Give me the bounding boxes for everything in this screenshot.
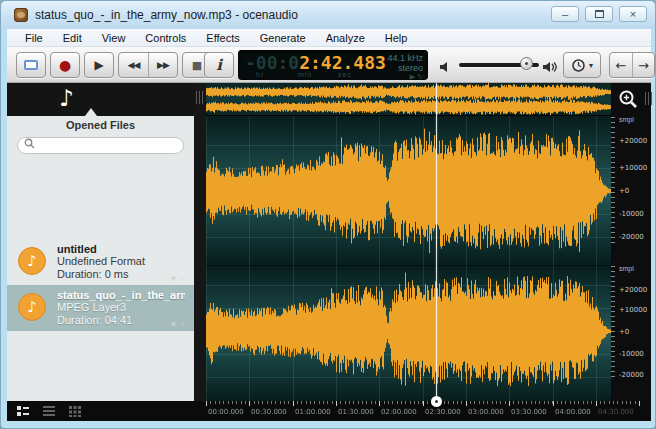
note-glyph: ♪ — [27, 252, 37, 270]
sidebar: ♪ Opened Files ♪ untitled Undefined Form… — [7, 83, 194, 401]
toggle-sidebar-button[interactable] — [16, 52, 46, 78]
unit-hr: hr — [256, 71, 264, 78]
maximize-icon — [595, 10, 604, 18]
menu-controls[interactable]: Controls — [135, 29, 196, 47]
grid-view-button[interactable] — [69, 405, 81, 417]
menu-generate[interactable]: Generate — [250, 29, 316, 47]
playmode-icons: ▶ ↻ — [387, 73, 423, 80]
fast-forward-button[interactable]: ▶▶ — [148, 53, 177, 77]
item-action-icons[interactable]: ★ › — [169, 273, 184, 283]
clock-icon — [571, 58, 586, 73]
channel-mode: stereo — [387, 63, 423, 73]
item-action-icons[interactable]: ★ › — [169, 319, 184, 329]
app-icon — [14, 8, 28, 22]
panel-title: Opened Files — [7, 119, 194, 131]
menu-view[interactable]: View — [92, 29, 136, 47]
dropdown-arrow-icon: ▾ — [589, 61, 593, 70]
close-button[interactable]: × — [619, 6, 647, 22]
file-item-status-quo[interactable]: ♪ status_quo_-_in_the_army_now.... MPEG … — [7, 285, 194, 331]
audio-file-icon: ♪ — [18, 247, 46, 275]
playhead-pin[interactable] — [431, 396, 442, 407]
sample-rate: 44.1 kHz — [387, 53, 423, 63]
scale-ticks-right — [611, 266, 615, 380]
titlebar[interactable]: status_quo_-_in_the_army_now.mp3 - ocena… — [1, 1, 656, 29]
sidebar-splitter[interactable] — [194, 83, 206, 401]
seek-button-group: ◀◀ ▶▶ — [118, 52, 178, 78]
info-button[interactable]: i — [204, 52, 234, 78]
rewind-button[interactable]: ◀◀ — [119, 53, 148, 77]
menu-effects[interactable]: Effects — [196, 29, 249, 47]
record-button[interactable]: ● — [50, 52, 80, 78]
time-label: 00:30.000 — [251, 408, 287, 416]
info-icon: i — [216, 56, 222, 74]
channel-left-canvas[interactable] — [206, 116, 611, 266]
scale-label: +10000 — [619, 306, 647, 314]
search-icon — [24, 138, 35, 149]
forward-button[interactable]: → — [632, 53, 654, 77]
scale-ticks-left — [611, 117, 615, 243]
scale-label: -10000 — [619, 350, 644, 358]
file-info: status_quo_-_in_the_army_now.... MPEG La… — [57, 289, 185, 327]
file-item-untitled[interactable]: ♪ untitled Undefined Format Duration: 0 … — [7, 239, 194, 285]
menubar: File Edit View Controls Effects Generate… — [7, 29, 651, 47]
file-duration: Duration: 0 ms — [57, 268, 185, 281]
channel-right-canvas[interactable] — [206, 266, 611, 401]
time-label: 03:30.000 — [511, 408, 547, 416]
zoom-in-icon — [617, 88, 641, 112]
volume-slider-thumb[interactable] — [520, 57, 533, 70]
audio-file-icon: ♪ — [18, 293, 46, 321]
back-button[interactable]: ← — [610, 53, 632, 77]
close-icon: × — [630, 9, 636, 20]
playhead[interactable] — [436, 83, 437, 401]
detail-view-button[interactable] — [17, 405, 29, 417]
app-window: status_quo_-_in_the_army_now.mp3 - ocena… — [0, 0, 656, 429]
list-view-button[interactable] — [43, 405, 55, 417]
scale-label: +10000 — [619, 164, 647, 172]
play-button[interactable]: ▶ — [84, 52, 114, 78]
panel-grip-icon — [645, 92, 652, 105]
file-info: untitled Undefined Format Duration: 0 ms — [57, 243, 185, 281]
scale-label: +20000 — [619, 137, 647, 145]
scale-label: -10000 — [619, 210, 644, 218]
scale-label: +0 — [619, 328, 629, 336]
format-info: 44.1 kHz stereo ▶ ↻ — [387, 53, 423, 80]
play-icon: ▶ — [94, 58, 103, 72]
music-note-icon: ♪ — [59, 85, 74, 111]
time-label: 01:00.000 — [295, 408, 331, 416]
time-label: 00:00.000 — [208, 408, 244, 416]
time-display: -00:02:42.483 hr min sec 44.1 kHz stereo… — [238, 50, 428, 80]
splitter-grip-icon — [196, 91, 203, 104]
window-title: status_quo_-_in_the_army_now.mp3 - ocena… — [35, 8, 298, 22]
file-format: Undefined Format — [57, 255, 185, 268]
unit-min: min — [298, 71, 312, 78]
sidebar-header: ♪ — [7, 83, 194, 116]
amplitude-scale: smpl +20000 +10000 +0 -10000 -20000 smpl… — [611, 83, 651, 401]
zoom-button[interactable] — [615, 87, 643, 113]
file-format: MPEG Layer3 — [57, 301, 185, 314]
file-duration: Duration: 04:41 — [57, 314, 185, 327]
view-mode-buttons — [17, 405, 81, 417]
scale-label: -20000 — [619, 233, 644, 241]
history-button-group: ← → — [609, 52, 655, 78]
waveform-overview[interactable] — [206, 83, 611, 116]
time-label: 04:30.000 — [598, 408, 634, 416]
file-title: status_quo_-_in_the_army_now.... — [57, 289, 185, 301]
menu-edit[interactable]: Edit — [53, 29, 92, 47]
window-controls: – × — [551, 6, 647, 22]
minimize-button[interactable]: – — [551, 6, 579, 22]
overview-canvas[interactable] — [206, 83, 611, 116]
scale-unit: smpl — [619, 265, 634, 272]
menu-analyze[interactable]: Analyze — [316, 29, 375, 47]
waveform-channel-right[interactable] — [206, 266, 611, 401]
time-format-button[interactable]: ▾ — [563, 52, 601, 78]
search-input[interactable] — [17, 137, 184, 154]
menu-file[interactable]: File — [15, 29, 53, 47]
bottom-bar: 00:00.000 00:30.000 01:00.000 01:30.000 … — [7, 401, 651, 421]
waveform-channel-left[interactable] — [206, 116, 611, 266]
menu-help[interactable]: Help — [375, 29, 418, 47]
scale-label: -20000 — [619, 371, 644, 379]
scale-label: +0 — [619, 187, 629, 195]
rewind-icon: ◀◀ — [128, 60, 140, 70]
forward-arrow-icon: → — [638, 58, 649, 73]
maximize-button[interactable] — [585, 6, 613, 22]
